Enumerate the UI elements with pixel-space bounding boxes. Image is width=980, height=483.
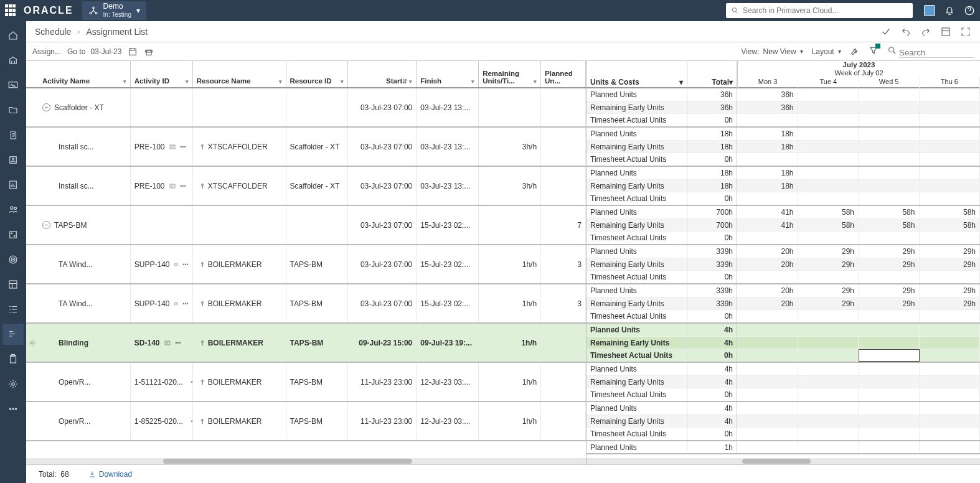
table-row[interactable]: Open/R...1-51121-020... •••BOILERMAKERTA… (26, 363, 586, 402)
timeline-cell[interactable] (798, 101, 859, 114)
timeline-cell[interactable]: 20h (737, 298, 798, 310)
timeline-cell[interactable] (920, 415, 981, 428)
notification-icon[interactable] (944, 5, 955, 16)
timeline-cell[interactable]: 58h (920, 206, 981, 218)
grid-search-input[interactable] (899, 48, 974, 58)
timeline-cell[interactable] (798, 388, 859, 401)
timeline-cell[interactable] (798, 114, 859, 126)
timeline-cell[interactable] (859, 363, 920, 375)
ellipsis-icon[interactable]: ••• (180, 183, 186, 189)
timeline-cell[interactable]: 58h (798, 206, 859, 218)
ellipsis-icon[interactable]: ••• (182, 301, 188, 307)
timeline-day[interactable]: Mon 3 (738, 77, 798, 89)
timeline-day[interactable]: Wed 5 (859, 77, 920, 89)
timeline-cell[interactable] (859, 192, 920, 205)
col-remaining[interactable]: Remaining Units/Ti...▾ (479, 61, 541, 87)
timeline-cell[interactable]: 41h (737, 219, 798, 232)
units-row[interactable]: Planned UnitsRemaining Early UnitsTimesh… (587, 245, 980, 284)
help-icon[interactable] (964, 5, 975, 16)
units-row[interactable]: Planned UnitsRemaining Early UnitsTimesh… (587, 128, 980, 167)
timeline-cell[interactable] (737, 363, 798, 375)
timeline-cell[interactable]: 18h (737, 180, 798, 192)
nav-folder[interactable] (2, 100, 24, 121)
timeline-cell[interactable] (798, 128, 859, 140)
timeline-day[interactable]: Thu 6 (920, 77, 980, 89)
ellipsis-icon[interactable]: ••• (180, 144, 186, 150)
timeline-cell[interactable] (798, 349, 858, 362)
timeline-cell[interactable] (920, 376, 981, 388)
timeline-cell[interactable] (737, 232, 798, 244)
timeline-cell[interactable] (737, 192, 798, 205)
timeline-cell[interactable]: 29h (920, 298, 981, 310)
nav-settings[interactable] (2, 373, 24, 395)
timeline-cell[interactable] (920, 388, 981, 401)
units-row[interactable]: Planned UnitsRemaining Early UnitsTimesh… (587, 206, 980, 245)
download-link[interactable]: Download (88, 470, 132, 479)
timeline-cell[interactable] (737, 153, 798, 166)
timeline-cell[interactable]: 29h (798, 245, 859, 258)
timeline-cell[interactable]: 20h (737, 245, 798, 258)
timeline-cell[interactable] (920, 428, 981, 440)
grid-search[interactable] (887, 45, 974, 58)
col-total[interactable]: Total▾ (687, 61, 737, 89)
timeline-cell[interactable] (859, 324, 920, 336)
timeline-cell[interactable] (920, 271, 981, 283)
view-selector[interactable]: View: New View ▾ (741, 47, 803, 56)
nav-report[interactable] (2, 174, 24, 195)
timeline-cell[interactable] (798, 376, 859, 388)
timeline-cell[interactable] (798, 271, 859, 283)
timeline-cell[interactable] (920, 310, 981, 322)
timeline-cell[interactable] (798, 232, 859, 244)
timeline-cell[interactable]: 29h (859, 284, 920, 297)
table-row[interactable]: −Scaffolder - XT 03-Jul-23 07:0003-Jul-2… (26, 88, 586, 128)
timeline-cell[interactable] (737, 349, 798, 362)
timeline-cell[interactable] (798, 180, 859, 192)
timeline-cell[interactable] (798, 167, 859, 179)
nav-home[interactable] (2, 25, 24, 46)
nav-monitor[interactable] (2, 75, 24, 96)
assign-button[interactable]: Assign... (32, 47, 61, 56)
calendar-icon[interactable] (128, 47, 138, 57)
timeline-cell[interactable] (798, 402, 859, 415)
layout-button[interactable]: Layout ▾ (812, 47, 841, 56)
timeline-cell[interactable]: 18h (737, 128, 798, 140)
units-row[interactable]: Planned UnitsRemaining Early UnitsTimesh… (587, 284, 980, 324)
timeline-cell[interactable] (859, 415, 920, 428)
timeline-cell[interactable] (859, 271, 920, 283)
timeline-cell[interactable] (920, 192, 981, 205)
timeline-cell[interactable] (920, 114, 981, 126)
col-resource-name[interactable]: Resource Name▾ (193, 61, 286, 87)
timeline-cell[interactable] (920, 141, 981, 153)
units-row[interactable]: Planned UnitsRemaining Early UnitsTimesh… (587, 363, 980, 402)
timeline-cell[interactable] (920, 128, 981, 140)
timeline-cell[interactable] (737, 310, 798, 322)
timeline-cell[interactable] (798, 88, 859, 101)
timeline-cell[interactable]: 29h (798, 284, 859, 297)
timeline-cell[interactable] (859, 153, 920, 166)
timeline-cell[interactable]: 18h (737, 141, 798, 153)
timeline-cell[interactable] (798, 324, 859, 336)
timeline-cell[interactable] (798, 337, 859, 349)
timeline-cell[interactable] (737, 428, 798, 440)
timeline-cell[interactable] (859, 101, 920, 114)
breadcrumb-schedule[interactable]: Schedule (35, 27, 71, 37)
timeline-cell[interactable] (798, 428, 859, 440)
timeline-cell[interactable]: 41h (737, 206, 798, 218)
global-search[interactable] (726, 3, 913, 18)
col-units-costs[interactable]: Units & Costs▾ (587, 61, 687, 89)
timeline-cell[interactable] (859, 376, 920, 388)
timeline-cell[interactable] (920, 402, 981, 415)
ellipsis-icon[interactable]: ••• (175, 340, 181, 346)
timeline-cell[interactable] (737, 376, 798, 388)
timeline-cell[interactable] (859, 88, 920, 101)
timeline-cell[interactable] (798, 363, 859, 375)
timeline-cell[interactable] (798, 310, 859, 322)
timeline-cell[interactable]: 29h (920, 258, 981, 271)
timeline-cell[interactable] (859, 180, 920, 192)
gear-icon[interactable] (28, 339, 37, 347)
table-row[interactable]: TA Wind...SUPP-140 •••BOILERMAKERTAPS-BM… (26, 245, 586, 284)
timeline-cell[interactable]: 58h (859, 206, 920, 218)
panel-icon[interactable] (940, 26, 951, 37)
timeline-cell[interactable] (920, 349, 980, 362)
fullscreen-icon[interactable] (960, 26, 971, 37)
